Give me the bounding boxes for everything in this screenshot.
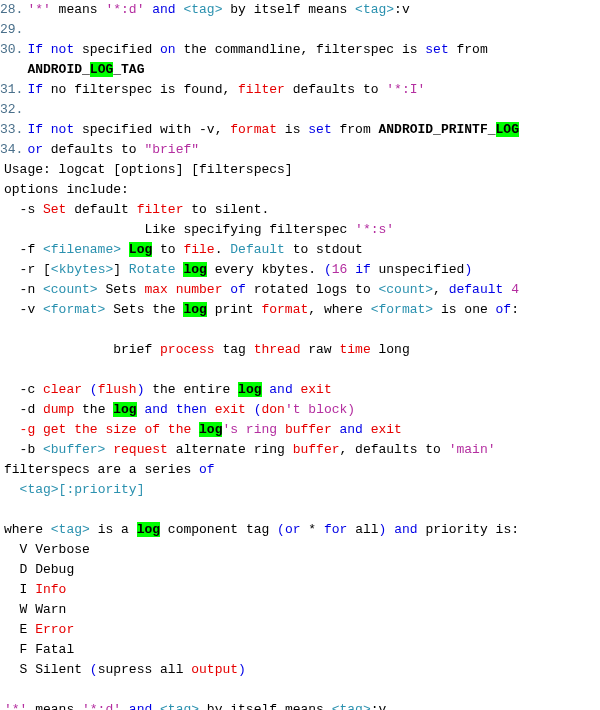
gutter-31: 31.	[0, 80, 25, 100]
line-28: 28.'*' means '*:d' and <tag> by itself m…	[0, 0, 600, 20]
formats: brief process tag thread raw time long	[0, 340, 600, 360]
gutter-33: 33.	[0, 120, 25, 140]
ln-30: If not specified on the commandline, fil…	[25, 40, 600, 80]
prio-w: W Warn	[0, 600, 600, 620]
blank3	[0, 500, 600, 520]
opt-s: -s Set default filter to silent.	[0, 200, 600, 220]
opt-s-like: Like specifying filterspec '*:s'	[0, 220, 600, 240]
opt-c: -c clear (flush) the entire log and exit	[0, 380, 600, 400]
ln-32	[25, 100, 600, 120]
line-34: 34.or defaults to "brief"	[0, 140, 600, 160]
blank2	[0, 360, 600, 380]
line-31: 31.If no filterspec is found, filter def…	[0, 80, 600, 100]
prio-s: S Silent (supress all output)	[0, 660, 600, 680]
line-29: 29.	[0, 20, 600, 40]
line-33: 33.If not specified with -v, format is s…	[0, 120, 600, 140]
tag-prio: <tag>[:priority]	[0, 480, 600, 500]
prio-d: D Debug	[0, 560, 600, 580]
gutter-34: 34.	[0, 140, 25, 160]
opt-f: -f <filename> Log to file. Default to st…	[0, 240, 600, 260]
opt-b: -b <buffer> request alternate ring buffe…	[0, 440, 600, 460]
opt-n: -n <count> Sets max number of rotated lo…	[0, 280, 600, 300]
line-30: 30.If not specified on the commandline, …	[0, 40, 600, 80]
prio-i: I Info	[0, 580, 600, 600]
opt-g: -g get the size of the log's ring buffer…	[0, 420, 600, 440]
opt-v: -v <format> Sets the log print format, w…	[0, 300, 600, 320]
line-32: 32.	[0, 100, 600, 120]
opt-r: -r [<kbytes>] Rotate log every kbytes. (…	[0, 260, 600, 280]
ln-34: or defaults to "brief"	[25, 140, 600, 160]
prio-e: E Error	[0, 620, 600, 640]
gutter-30: 30.	[0, 40, 25, 80]
filterspecs: filterspecs are a series of	[0, 460, 600, 480]
last: '*' means '*:d' and <tag> by itself mean…	[0, 700, 600, 710]
where: where <tag> is a log component tag (or *…	[0, 520, 600, 540]
gutter-29: 29.	[0, 20, 25, 40]
blank4	[0, 680, 600, 700]
ln-33: If not specified with -v, format is set …	[25, 120, 600, 140]
prio-f: F Fatal	[0, 640, 600, 660]
blank1	[0, 320, 600, 340]
gutter-28: 28.	[0, 0, 25, 20]
ln-28: '*' means '*:d' and <tag> by itself mean…	[25, 0, 600, 20]
opt-d: -d dump the log and then exit (don't blo…	[0, 400, 600, 420]
ln-31: If no filterspec is found, filter defaul…	[25, 80, 600, 100]
gutter-32: 32.	[0, 100, 25, 120]
prio-v: V Verbose	[0, 540, 600, 560]
opts: options include:	[0, 180, 600, 200]
usage: Usage: logcat [options] [filterspecs]	[0, 160, 600, 180]
ln-29	[25, 20, 600, 40]
